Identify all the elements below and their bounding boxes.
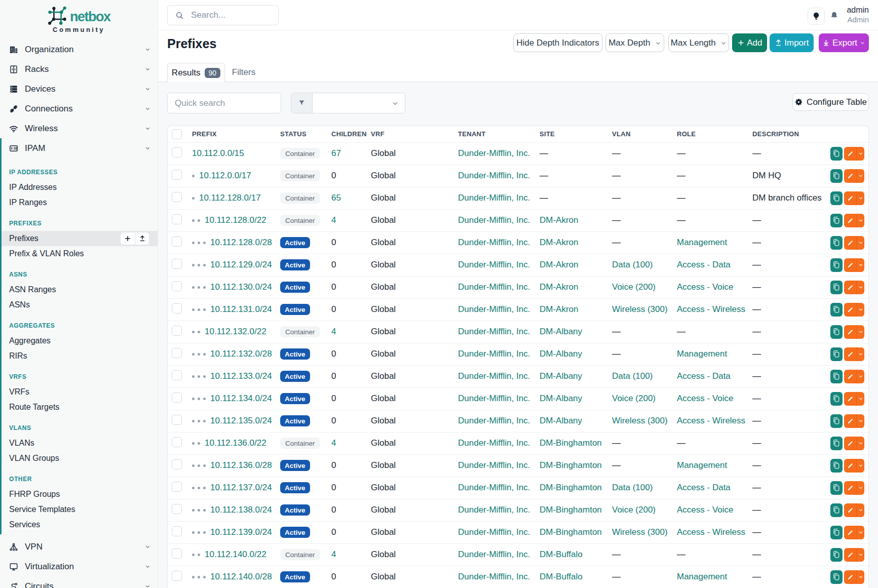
svg-text:netbox: netbox [70,9,111,24]
